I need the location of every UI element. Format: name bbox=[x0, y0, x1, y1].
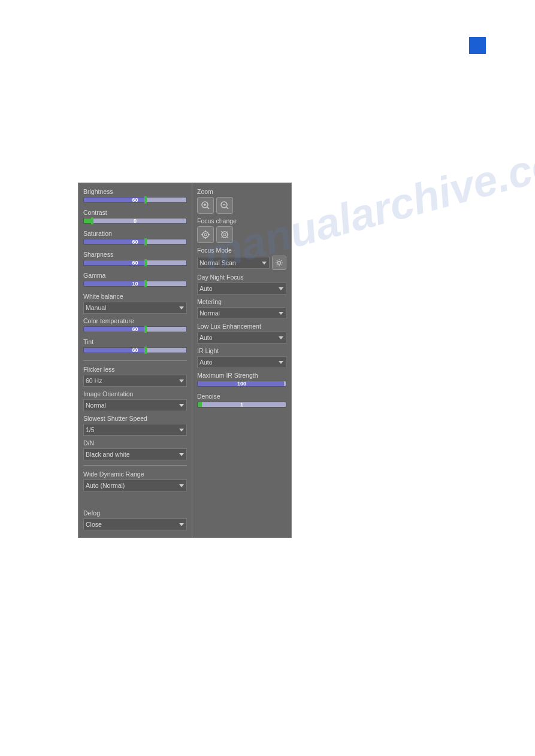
max-ir-label: Maximum IR Strength bbox=[197, 372, 286, 379]
svg-line-18 bbox=[227, 237, 228, 238]
svg-line-17 bbox=[221, 237, 222, 238]
dn-label: D/N bbox=[83, 439, 187, 447]
gamma-value: 10 bbox=[132, 281, 138, 287]
gamma-label: Gamma bbox=[83, 272, 187, 279]
wide-dynamic-select-wrapper: Auto (Normal) Off Low Medium High bbox=[83, 479, 187, 491]
white-balance-label: White balance bbox=[83, 293, 187, 300]
accent-square bbox=[469, 37, 486, 54]
focus-buttons bbox=[197, 226, 286, 243]
ir-light-select-wrapper: Auto On Off bbox=[197, 356, 286, 368]
left-panel: Brightness 60 Contrast 0 Saturation 60 S… bbox=[78, 183, 192, 538]
main-panel: Brightness 60 Contrast 0 Saturation 60 S… bbox=[78, 183, 292, 538]
gamma-slider[interactable]: 10 bbox=[83, 281, 187, 289]
color-temp-label: Color temperature bbox=[83, 317, 187, 324]
spacer-1 bbox=[83, 494, 187, 506]
contrast-label: Contrast bbox=[83, 209, 187, 216]
saturation-value: 60 bbox=[132, 239, 138, 245]
ir-light-label: IR Light bbox=[197, 347, 286, 354]
focus-mode-settings-button[interactable] bbox=[272, 256, 286, 270]
svg-point-7 bbox=[202, 232, 208, 238]
svg-point-14 bbox=[223, 233, 226, 236]
image-orientation-label: Image Orientation bbox=[83, 390, 187, 397]
focus-far-button[interactable] bbox=[216, 226, 233, 243]
image-orientation-select[interactable]: Normal Mirror Flip Mirror+Flip bbox=[83, 399, 187, 411]
low-lux-select[interactable]: Auto On Off bbox=[197, 332, 286, 344]
color-temp-slider[interactable]: 60 bbox=[83, 326, 187, 335]
svg-point-8 bbox=[204, 233, 207, 236]
svg-line-15 bbox=[221, 231, 222, 232]
brightness-label: Brightness bbox=[83, 188, 187, 195]
brightness-value: 60 bbox=[132, 197, 138, 203]
max-ir-slider[interactable]: 100 bbox=[197, 381, 286, 389]
defog-label: Defog bbox=[83, 509, 187, 517]
low-lux-select-wrapper: Auto On Off bbox=[197, 332, 286, 344]
tint-slider[interactable]: 60 bbox=[83, 347, 187, 356]
slowest-shutter-select-wrapper: 1/5 1/10 1/25 1/30 1/50 bbox=[83, 424, 187, 436]
svg-line-16 bbox=[227, 231, 228, 232]
svg-line-6 bbox=[226, 207, 228, 209]
divider-2 bbox=[83, 465, 187, 466]
flicker-label: Flicker less bbox=[83, 366, 187, 373]
saturation-slider[interactable]: 60 bbox=[83, 239, 187, 247]
dn-select-wrapper: Black and white Color Auto bbox=[83, 448, 187, 460]
day-night-select[interactable]: Auto On Off bbox=[197, 283, 286, 294]
defog-select-wrapper: Close Open bbox=[83, 518, 187, 530]
zoom-out-button[interactable] bbox=[216, 197, 233, 214]
denoise-label: Denoise bbox=[197, 393, 286, 400]
sharpness-value: 60 bbox=[132, 260, 138, 266]
right-panel: Zoom Focus change bbox=[192, 183, 291, 538]
brightness-slider[interactable]: 60 bbox=[83, 197, 187, 205]
zoom-label: Zoom bbox=[197, 188, 286, 195]
slowest-shutter-select[interactable]: 1/5 1/10 1/25 1/30 1/50 bbox=[83, 424, 187, 436]
dn-select[interactable]: Black and white Color Auto bbox=[83, 448, 187, 460]
denoise-slider[interactable]: 1 bbox=[197, 402, 286, 410]
wide-dynamic-label: Wide Dynamic Range bbox=[83, 470, 187, 478]
denoise-value: 1 bbox=[240, 402, 243, 408]
contrast-slider[interactable]: 0 bbox=[83, 218, 187, 226]
metering-select-wrapper: Normal Center Spot bbox=[197, 307, 286, 319]
focus-near-button[interactable] bbox=[197, 226, 214, 243]
tint-label: Tint bbox=[83, 338, 187, 345]
focus-mode-select[interactable]: Normal Scan Manual Auto bbox=[197, 257, 270, 269]
sharpness-slider[interactable]: 60 bbox=[83, 260, 187, 268]
flicker-select-wrapper: 60 Hz 50 Hz Off bbox=[83, 375, 187, 387]
max-ir-value: 100 bbox=[237, 381, 246, 387]
sharpness-label: Sharpness bbox=[83, 251, 187, 258]
focus-mode-row: Normal Scan Manual Auto bbox=[197, 256, 286, 270]
day-night-focus-label: Day Night Focus bbox=[197, 274, 286, 281]
svg-point-19 bbox=[278, 262, 281, 265]
zoom-buttons bbox=[197, 197, 286, 214]
slowest-shutter-label: Slowest Shutter Speed bbox=[83, 415, 187, 422]
white-balance-select[interactable]: Manual Auto ATW bbox=[83, 302, 187, 314]
focus-change-label: Focus change bbox=[197, 217, 286, 224]
metering-select[interactable]: Normal Center Spot bbox=[197, 307, 286, 319]
metering-label: Metering bbox=[197, 298, 286, 305]
wide-dynamic-select[interactable]: Auto (Normal) Off Low Medium High bbox=[83, 479, 187, 491]
zoom-in-button[interactable] bbox=[197, 197, 214, 214]
focus-mode-label: Focus Mode bbox=[197, 247, 286, 254]
defog-select[interactable]: Close Open bbox=[83, 518, 187, 530]
flicker-select[interactable]: 60 Hz 50 Hz Off bbox=[83, 375, 187, 387]
divider-1 bbox=[83, 360, 187, 361]
saturation-label: Saturation bbox=[83, 230, 187, 237]
contrast-value: 0 bbox=[134, 218, 137, 224]
svg-line-3 bbox=[207, 207, 209, 209]
ir-light-select[interactable]: Auto On Off bbox=[197, 356, 286, 368]
white-balance-select-wrapper: Manual Auto ATW bbox=[83, 302, 187, 314]
low-lux-label: Low Lux Enhancement bbox=[197, 323, 286, 330]
tint-value: 60 bbox=[132, 347, 138, 353]
day-night-select-wrapper: Auto On Off bbox=[197, 283, 286, 294]
svg-point-13 bbox=[222, 232, 228, 238]
image-orientation-select-wrapper: Normal Mirror Flip Mirror+Flip bbox=[83, 399, 187, 411]
color-temp-value: 60 bbox=[132, 326, 138, 332]
